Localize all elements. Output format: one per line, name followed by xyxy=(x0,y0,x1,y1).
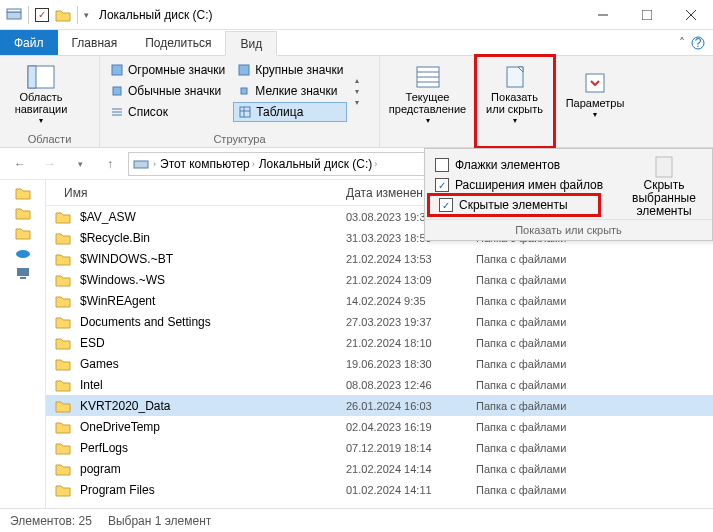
options-button[interactable]: Параметры ▾ xyxy=(560,60,630,130)
table-row[interactable]: $WINDOWS.~BT21.02.2024 13:53Папка с файл… xyxy=(46,248,713,269)
icons-icon xyxy=(237,84,251,98)
file-date: 01.02.2024 14:11 xyxy=(346,484,476,496)
nav-up-button[interactable]: ↑ xyxy=(98,152,122,176)
table-row[interactable]: Documents and Settings27.03.2023 19:37Па… xyxy=(46,311,713,332)
layout-list[interactable]: Список xyxy=(106,102,229,122)
breadcrumb-root[interactable]: Этот компьютер › xyxy=(160,157,255,171)
hide-selected-button[interactable]: Скрыть выбранные элементы xyxy=(624,155,704,219)
file-date: 02.04.2023 16:19 xyxy=(346,421,476,433)
svg-rect-17 xyxy=(240,107,250,117)
table-row[interactable]: OneDriveTemp02.04.2023 16:19Папка с файл… xyxy=(46,416,713,437)
group-label: Структура xyxy=(106,131,373,145)
tab-file[interactable]: Файл xyxy=(0,30,58,55)
svg-rect-30 xyxy=(17,268,29,276)
folder-icon xyxy=(55,8,71,22)
svg-rect-0 xyxy=(7,12,21,19)
folder-icon[interactable] xyxy=(15,186,31,200)
nav-back-button[interactable]: ← xyxy=(8,152,32,176)
file-date: 19.06.2023 18:30 xyxy=(346,358,476,370)
separator xyxy=(77,6,78,24)
folder-icon xyxy=(46,399,80,413)
folder-tree[interactable] xyxy=(0,180,46,508)
minimize-button[interactable] xyxy=(581,0,625,29)
scroll-up-icon[interactable]: ▴ xyxy=(355,76,359,85)
file-type: Папка с файлами xyxy=(476,484,713,496)
navigation-pane-button[interactable]: Область навигации ▾ xyxy=(6,60,76,130)
page-faded-icon xyxy=(650,155,678,179)
layout-large-icons[interactable]: Крупные значки xyxy=(233,60,347,80)
layout-huge-icons[interactable]: Огромные значки xyxy=(106,60,229,80)
file-type: Папка с файлами xyxy=(476,421,713,433)
tab-home[interactable]: Главная xyxy=(58,30,132,55)
status-selection: Выбран 1 элемент xyxy=(108,514,211,528)
folder-icon[interactable] xyxy=(15,226,31,240)
table-row[interactable]: Games19.06.2023 18:30Папка с файлами xyxy=(46,353,713,374)
icons-icon xyxy=(110,63,124,77)
tab-view[interactable]: Вид xyxy=(225,31,277,56)
svg-rect-10 xyxy=(112,65,122,75)
icons-icon xyxy=(237,63,251,77)
file-date: 07.12.2019 18:14 xyxy=(346,442,476,454)
layout-medium-icons[interactable]: Обычные значки xyxy=(106,81,229,101)
svg-rect-11 xyxy=(113,87,121,95)
toggle-hidden-items[interactable]: Скрытые элементы xyxy=(429,195,599,215)
layout-table[interactable]: Таблица xyxy=(233,102,347,122)
group-label: Области xyxy=(6,131,93,145)
file-type: Папка с файлами xyxy=(476,253,713,265)
layout-small-icons[interactable]: Мелкие значки xyxy=(233,81,347,101)
page-icon xyxy=(501,65,529,89)
columns-icon xyxy=(414,65,442,89)
nav-history-button[interactable]: ▾ xyxy=(68,152,92,176)
folder-icon xyxy=(46,252,80,266)
folder-icon[interactable] xyxy=(15,206,31,220)
qat-dropdown-icon[interactable]: ▾ xyxy=(84,10,89,20)
table-row[interactable]: pogram21.02.2024 14:14Папка с файлами xyxy=(46,458,713,479)
table-row[interactable]: PerfLogs07.12.2019 18:14Папка с файлами xyxy=(46,437,713,458)
options-icon xyxy=(581,71,609,95)
file-name: Documents and Settings xyxy=(80,315,346,329)
close-button[interactable] xyxy=(669,0,713,29)
current-view-button[interactable]: Текущее представление ▾ xyxy=(393,60,463,130)
icons-icon xyxy=(110,84,124,98)
folder-icon xyxy=(46,441,80,455)
table-row[interactable]: $WinREAgent14.02.2024 9:35Папка с файлам… xyxy=(46,290,713,311)
chevron-right-icon[interactable]: › xyxy=(153,159,156,169)
checkbox-checked-icon xyxy=(435,178,449,192)
file-name: $AV_ASW xyxy=(80,210,346,224)
table-row[interactable]: KVRT2020_Data26.01.2024 16:03Папка с фай… xyxy=(46,395,713,416)
svg-text:?: ? xyxy=(695,36,702,50)
folder-icon xyxy=(46,462,80,476)
maximize-button[interactable] xyxy=(625,0,669,29)
svg-point-29 xyxy=(16,250,30,258)
checkbox-checked-icon xyxy=(439,198,453,212)
svg-rect-27 xyxy=(656,157,672,177)
file-date: 21.02.2024 14:14 xyxy=(346,463,476,475)
breadcrumb-drive[interactable]: Локальный диск (C:) › xyxy=(259,157,378,171)
table-row[interactable]: ESD21.02.2024 18:10Папка с файлами xyxy=(46,332,713,353)
onedrive-icon[interactable] xyxy=(15,246,31,260)
scroll-down-icon[interactable]: ▾ xyxy=(355,87,359,96)
expand-icon[interactable]: ▾ xyxy=(355,98,359,107)
folder-icon xyxy=(46,210,80,224)
show-hide-button[interactable]: Показать или скрыть ▾ xyxy=(482,60,547,130)
tab-share[interactable]: Поделиться xyxy=(131,30,225,55)
svg-rect-1 xyxy=(7,9,21,12)
list-icon xyxy=(110,105,124,119)
file-date: 08.08.2023 12:46 xyxy=(346,379,476,391)
help-icon[interactable]: ? xyxy=(691,36,705,50)
folder-icon xyxy=(46,483,80,497)
nav-forward-button[interactable]: → xyxy=(38,152,62,176)
qat-checkbox-icon[interactable] xyxy=(35,8,49,22)
file-date: 21.02.2024 13:09 xyxy=(346,274,476,286)
drive-icon xyxy=(133,157,149,171)
this-pc-icon[interactable] xyxy=(15,266,31,280)
ribbon-collapse-icon[interactable]: ˄ xyxy=(679,36,685,50)
table-row[interactable]: Intel08.08.2023 12:46Папка с файлами xyxy=(46,374,713,395)
table-row[interactable]: $Windows.~WS21.02.2024 13:09Папка с файл… xyxy=(46,269,713,290)
chevron-down-icon: ▾ xyxy=(593,111,597,120)
table-row[interactable]: Program Files01.02.2024 14:11Папка с фай… xyxy=(46,479,713,500)
folder-icon xyxy=(46,357,80,371)
file-name: pogram xyxy=(80,462,346,476)
folder-icon xyxy=(46,336,80,350)
column-name[interactable]: Имя xyxy=(46,186,346,200)
